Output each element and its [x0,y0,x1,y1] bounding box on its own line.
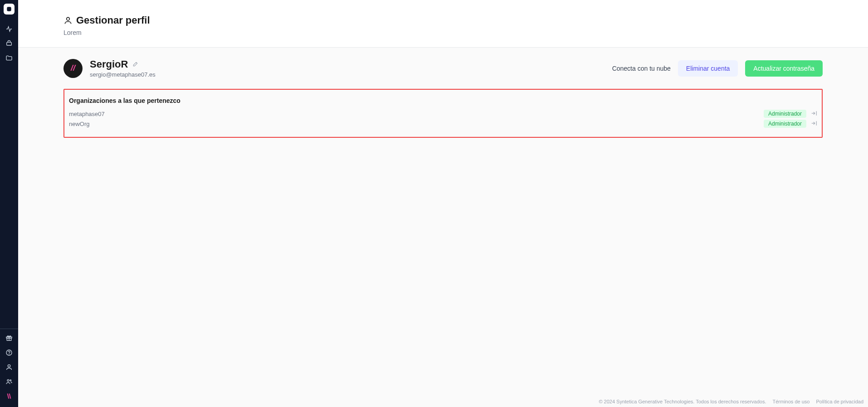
org-right: Administrador [764,110,817,118]
help-icon[interactable] [0,345,18,360]
connect-cloud-link[interactable]: Conecta con tu nube [612,65,671,72]
users-icon[interactable] [0,374,18,389]
sidebar [0,0,18,407]
svg-point-9 [67,17,70,20]
svg-rect-0 [7,7,11,11]
svg-rect-1 [7,42,12,45]
delete-account-button[interactable]: Eliminar cuenta [678,60,738,77]
update-password-button[interactable]: Actualizar contraseña [745,60,823,77]
app-logo[interactable] [4,4,15,15]
content-area: SergioR sergio@metaphase07.es Conecta co… [18,48,868,407]
footer-copyright: © 2024 Syntetica Generative Technologies… [599,399,766,404]
profile-actions: Conecta con tu nube Eliminar cuenta Actu… [612,60,823,77]
org-row: newOrg Administrador [69,119,817,129]
role-badge: Administrador [764,120,806,128]
org-right: Administrador [764,120,817,128]
profile-name-row: SergioR [90,58,156,70]
organizations-panel: Organizaciones a las que pertenezco meta… [63,89,823,138]
folder-icon[interactable] [0,51,18,65]
gift-icon[interactable] [0,331,18,345]
organizations-title: Organizaciones a las que pertenezco [69,97,817,104]
role-badge: Administrador [764,110,806,118]
footer-privacy-link[interactable]: Política de privacidad [816,399,863,404]
svg-point-5 [9,354,10,354]
nav-item-1[interactable] [0,22,18,36]
profile-row: SergioR sergio@metaphase07.es Conecta co… [63,58,823,78]
svg-point-6 [8,365,10,367]
leave-org-icon[interactable] [811,120,817,128]
brand-icon[interactable] [0,389,18,403]
svg-point-7 [7,379,9,381]
footer-terms-link[interactable]: Términos de uso [773,399,810,404]
leave-org-icon[interactable] [811,110,817,118]
org-name: metaphase07 [69,111,105,117]
user-icon[interactable] [0,360,18,374]
profile-info: SergioR sergio@metaphase07.es [90,58,156,78]
profile-email: sergio@metaphase07.es [90,71,156,78]
nav-item-2[interactable] [0,36,18,51]
main-content: Gestionar perfil Lorem SergioR sergio@me… [18,0,868,407]
page-subtitle: Lorem [63,29,823,36]
avatar [63,59,83,78]
profile-name: SergioR [90,58,128,70]
footer: © 2024 Syntetica Generative Technologies… [599,399,863,404]
org-row: metaphase07 Administrador [69,109,817,119]
profile-icon [63,16,73,25]
svg-point-8 [10,380,11,381]
edit-name-icon[interactable] [132,61,139,68]
page-header: Gestionar perfil Lorem [18,0,868,48]
page-title: Gestionar perfil [76,15,150,26]
org-name: newOrg [69,121,90,127]
page-title-row: Gestionar perfil [63,15,823,26]
